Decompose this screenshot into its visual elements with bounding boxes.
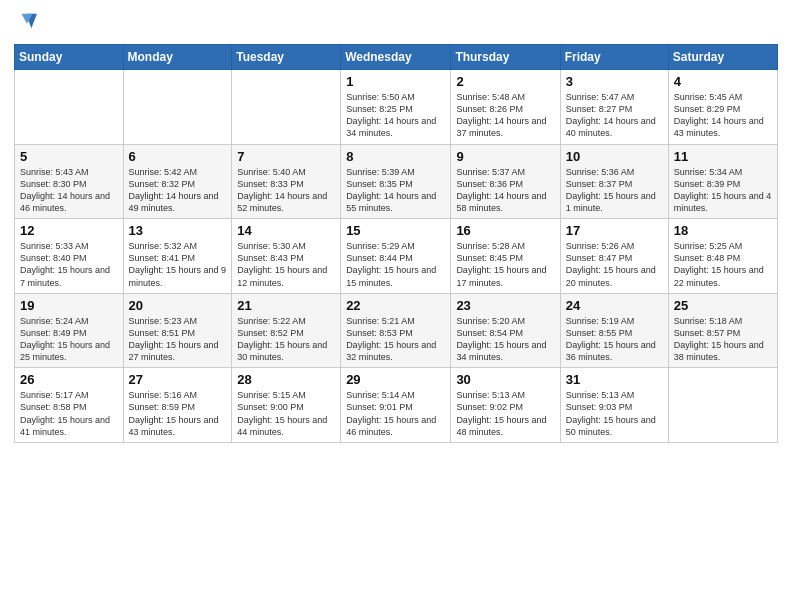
day-number: 18 [674, 223, 772, 238]
calendar-cell: 14Sunrise: 5:30 AM Sunset: 8:43 PM Dayli… [232, 219, 341, 294]
calendar-cell: 20Sunrise: 5:23 AM Sunset: 8:51 PM Dayli… [123, 293, 232, 368]
day-info: Sunrise: 5:21 AM Sunset: 8:53 PM Dayligh… [346, 315, 445, 364]
calendar-cell: 31Sunrise: 5:13 AM Sunset: 9:03 PM Dayli… [560, 368, 668, 443]
day-number: 17 [566, 223, 663, 238]
day-number: 21 [237, 298, 335, 313]
day-info: Sunrise: 5:37 AM Sunset: 8:36 PM Dayligh… [456, 166, 554, 215]
day-number: 4 [674, 74, 772, 89]
calendar-cell: 17Sunrise: 5:26 AM Sunset: 8:47 PM Dayli… [560, 219, 668, 294]
day-info: Sunrise: 5:19 AM Sunset: 8:55 PM Dayligh… [566, 315, 663, 364]
day-number: 25 [674, 298, 772, 313]
week-row-3: 12Sunrise: 5:33 AM Sunset: 8:40 PM Dayli… [15, 219, 778, 294]
day-number: 26 [20, 372, 118, 387]
calendar-cell: 5Sunrise: 5:43 AM Sunset: 8:30 PM Daylig… [15, 144, 124, 219]
day-number: 1 [346, 74, 445, 89]
calendar-cell: 13Sunrise: 5:32 AM Sunset: 8:41 PM Dayli… [123, 219, 232, 294]
day-info: Sunrise: 5:30 AM Sunset: 8:43 PM Dayligh… [237, 240, 335, 289]
day-number: 6 [129, 149, 227, 164]
calendar-cell: 29Sunrise: 5:14 AM Sunset: 9:01 PM Dayli… [341, 368, 451, 443]
calendar-cell: 8Sunrise: 5:39 AM Sunset: 8:35 PM Daylig… [341, 144, 451, 219]
day-number: 29 [346, 372, 445, 387]
calendar-cell: 4Sunrise: 5:45 AM Sunset: 8:29 PM Daylig… [668, 70, 777, 145]
week-row-1: 1Sunrise: 5:50 AM Sunset: 8:25 PM Daylig… [15, 70, 778, 145]
calendar-cell: 16Sunrise: 5:28 AM Sunset: 8:45 PM Dayli… [451, 219, 560, 294]
weekday-wednesday: Wednesday [341, 45, 451, 70]
calendar-cell: 9Sunrise: 5:37 AM Sunset: 8:36 PM Daylig… [451, 144, 560, 219]
day-number: 2 [456, 74, 554, 89]
week-row-2: 5Sunrise: 5:43 AM Sunset: 8:30 PM Daylig… [15, 144, 778, 219]
day-info: Sunrise: 5:16 AM Sunset: 8:59 PM Dayligh… [129, 389, 227, 438]
calendar-cell: 26Sunrise: 5:17 AM Sunset: 8:58 PM Dayli… [15, 368, 124, 443]
day-info: Sunrise: 5:13 AM Sunset: 9:02 PM Dayligh… [456, 389, 554, 438]
day-number: 16 [456, 223, 554, 238]
day-number: 3 [566, 74, 663, 89]
calendar-cell: 15Sunrise: 5:29 AM Sunset: 8:44 PM Dayli… [341, 219, 451, 294]
day-info: Sunrise: 5:33 AM Sunset: 8:40 PM Dayligh… [20, 240, 118, 289]
calendar-cell: 6Sunrise: 5:42 AM Sunset: 8:32 PM Daylig… [123, 144, 232, 219]
week-row-5: 26Sunrise: 5:17 AM Sunset: 8:58 PM Dayli… [15, 368, 778, 443]
day-info: Sunrise: 5:15 AM Sunset: 9:00 PM Dayligh… [237, 389, 335, 438]
logo-icon [16, 10, 38, 32]
day-number: 8 [346, 149, 445, 164]
day-info: Sunrise: 5:32 AM Sunset: 8:41 PM Dayligh… [129, 240, 227, 289]
day-info: Sunrise: 5:40 AM Sunset: 8:33 PM Dayligh… [237, 166, 335, 215]
calendar-cell: 19Sunrise: 5:24 AM Sunset: 8:49 PM Dayli… [15, 293, 124, 368]
calendar: SundayMondayTuesdayWednesdayThursdayFrid… [14, 44, 778, 443]
calendar-cell: 23Sunrise: 5:20 AM Sunset: 8:54 PM Dayli… [451, 293, 560, 368]
calendar-cell: 3Sunrise: 5:47 AM Sunset: 8:27 PM Daylig… [560, 70, 668, 145]
day-number: 20 [129, 298, 227, 313]
calendar-cell: 24Sunrise: 5:19 AM Sunset: 8:55 PM Dayli… [560, 293, 668, 368]
weekday-friday: Friday [560, 45, 668, 70]
calendar-cell: 28Sunrise: 5:15 AM Sunset: 9:00 PM Dayli… [232, 368, 341, 443]
weekday-tuesday: Tuesday [232, 45, 341, 70]
weekday-saturday: Saturday [668, 45, 777, 70]
calendar-cell: 25Sunrise: 5:18 AM Sunset: 8:57 PM Dayli… [668, 293, 777, 368]
day-number: 11 [674, 149, 772, 164]
calendar-cell: 27Sunrise: 5:16 AM Sunset: 8:59 PM Dayli… [123, 368, 232, 443]
calendar-cell: 22Sunrise: 5:21 AM Sunset: 8:53 PM Dayli… [341, 293, 451, 368]
day-info: Sunrise: 5:43 AM Sunset: 8:30 PM Dayligh… [20, 166, 118, 215]
day-number: 24 [566, 298, 663, 313]
day-number: 31 [566, 372, 663, 387]
day-number: 15 [346, 223, 445, 238]
day-number: 9 [456, 149, 554, 164]
day-info: Sunrise: 5:47 AM Sunset: 8:27 PM Dayligh… [566, 91, 663, 140]
day-number: 13 [129, 223, 227, 238]
day-info: Sunrise: 5:23 AM Sunset: 8:51 PM Dayligh… [129, 315, 227, 364]
day-number: 5 [20, 149, 118, 164]
day-info: Sunrise: 5:18 AM Sunset: 8:57 PM Dayligh… [674, 315, 772, 364]
day-info: Sunrise: 5:48 AM Sunset: 8:26 PM Dayligh… [456, 91, 554, 140]
calendar-cell [668, 368, 777, 443]
logo [14, 10, 38, 36]
day-number: 22 [346, 298, 445, 313]
week-row-4: 19Sunrise: 5:24 AM Sunset: 8:49 PM Dayli… [15, 293, 778, 368]
day-info: Sunrise: 5:22 AM Sunset: 8:52 PM Dayligh… [237, 315, 335, 364]
calendar-cell [232, 70, 341, 145]
day-info: Sunrise: 5:45 AM Sunset: 8:29 PM Dayligh… [674, 91, 772, 140]
day-info: Sunrise: 5:36 AM Sunset: 8:37 PM Dayligh… [566, 166, 663, 215]
header [14, 10, 778, 36]
day-number: 12 [20, 223, 118, 238]
calendar-cell: 30Sunrise: 5:13 AM Sunset: 9:02 PM Dayli… [451, 368, 560, 443]
day-info: Sunrise: 5:28 AM Sunset: 8:45 PM Dayligh… [456, 240, 554, 289]
day-number: 28 [237, 372, 335, 387]
day-number: 27 [129, 372, 227, 387]
calendar-cell: 11Sunrise: 5:34 AM Sunset: 8:39 PM Dayli… [668, 144, 777, 219]
calendar-cell [15, 70, 124, 145]
day-info: Sunrise: 5:34 AM Sunset: 8:39 PM Dayligh… [674, 166, 772, 215]
day-info: Sunrise: 5:24 AM Sunset: 8:49 PM Dayligh… [20, 315, 118, 364]
weekday-thursday: Thursday [451, 45, 560, 70]
day-info: Sunrise: 5:39 AM Sunset: 8:35 PM Dayligh… [346, 166, 445, 215]
weekday-header-row: SundayMondayTuesdayWednesdayThursdayFrid… [15, 45, 778, 70]
day-info: Sunrise: 5:50 AM Sunset: 8:25 PM Dayligh… [346, 91, 445, 140]
calendar-cell: 2Sunrise: 5:48 AM Sunset: 8:26 PM Daylig… [451, 70, 560, 145]
day-info: Sunrise: 5:29 AM Sunset: 8:44 PM Dayligh… [346, 240, 445, 289]
calendar-cell: 10Sunrise: 5:36 AM Sunset: 8:37 PM Dayli… [560, 144, 668, 219]
calendar-cell: 18Sunrise: 5:25 AM Sunset: 8:48 PM Dayli… [668, 219, 777, 294]
day-info: Sunrise: 5:20 AM Sunset: 8:54 PM Dayligh… [456, 315, 554, 364]
day-number: 19 [20, 298, 118, 313]
day-number: 7 [237, 149, 335, 164]
day-info: Sunrise: 5:26 AM Sunset: 8:47 PM Dayligh… [566, 240, 663, 289]
weekday-sunday: Sunday [15, 45, 124, 70]
day-number: 14 [237, 223, 335, 238]
